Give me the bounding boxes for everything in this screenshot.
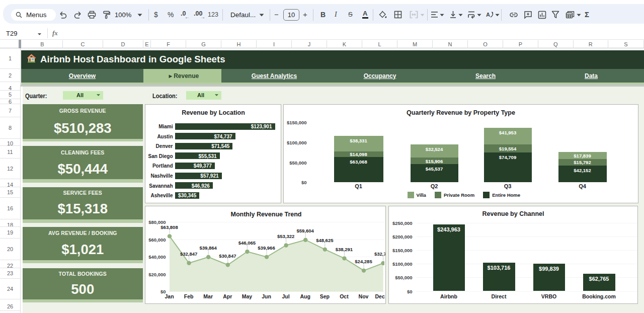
svg-text:A: A	[486, 12, 490, 18]
